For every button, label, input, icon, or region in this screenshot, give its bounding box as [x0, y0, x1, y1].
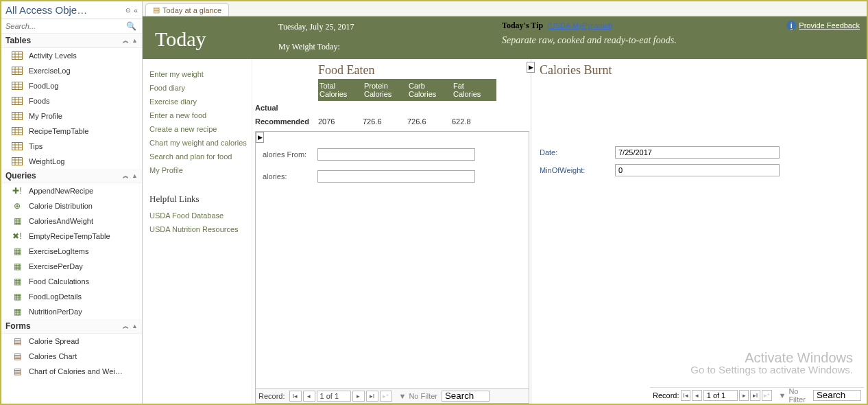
- nav-table-item[interactable]: RecipeTempTable: [1, 124, 142, 139]
- action-link[interactable]: Create a new recipe: [149, 122, 248, 136]
- calories-label: alories:: [263, 172, 317, 181]
- table-icon: [11, 66, 23, 76]
- nav-next-button[interactable]: ▸: [739, 390, 749, 401]
- nav-query-item[interactable]: ▦ExerciseLogItems: [1, 244, 142, 259]
- nav-query-item[interactable]: ✚!AppendNewRecipe: [1, 183, 142, 198]
- nav-group-tables[interactable]: Tables ︽ ▲: [1, 34, 142, 48]
- query-icon: ⊕: [11, 201, 23, 211]
- filter-icon: ▼: [399, 392, 407, 400]
- record-position[interactable]: 1 of 1: [703, 390, 738, 401]
- nav-query-item[interactable]: ⊕Calorie Distribution: [1, 198, 142, 213]
- filter-indicator[interactable]: ▼No Filter: [779, 387, 809, 404]
- action-link[interactable]: Enter my weight: [149, 67, 248, 81]
- query-icon: ▦: [11, 307, 23, 316]
- form-icon: ▤: [11, 336, 23, 346]
- action-link[interactable]: Exercise diary: [149, 95, 248, 108]
- nav-query-item[interactable]: ▦NutritionPerDay: [1, 304, 142, 319]
- food-subform: ▶ alories From: alories: Record:: [255, 131, 529, 404]
- nav-table-item[interactable]: Tips: [1, 139, 142, 154]
- tip-link[interactable]: (USDA MyPyramid): [547, 21, 612, 30]
- query-icon: ✚!: [11, 186, 23, 196]
- food-eaten-title: Food Eaten: [318, 63, 531, 78]
- nav-new-button[interactable]: ▸*: [762, 390, 772, 401]
- provide-feedback-link[interactable]: i Provide Feedback: [786, 21, 860, 30]
- nav-query-item[interactable]: ▦FoodLogDetails: [1, 289, 142, 304]
- action-link[interactable]: Chart my weight and calories: [149, 136, 248, 150]
- nav-table-item[interactable]: WeightLog: [1, 154, 142, 169]
- action-link[interactable]: Search and plan for food: [149, 150, 248, 163]
- svg-rect-0: [12, 52, 23, 60]
- weight-today-label: My Weight Today:: [278, 42, 502, 52]
- search-icon[interactable]: 🔍: [126, 21, 136, 31]
- chevron-up-icon: ︽: [123, 172, 129, 181]
- food-eaten-columns: TotalCaloriesProteinCaloriesCarbCalories…: [318, 79, 496, 101]
- nav-last-button[interactable]: ▸I: [366, 391, 378, 402]
- tab-today-at-a-glance[interactable]: ▤ Today at a glance: [145, 3, 229, 16]
- recommended-label: Recommended: [252, 117, 318, 126]
- nav-table-item[interactable]: Activity Levels: [1, 48, 142, 63]
- nav-table-item[interactable]: My Profile: [1, 108, 142, 124]
- nav-table-item[interactable]: ExerciseLog: [1, 63, 142, 78]
- record-position[interactable]: 1 of 1: [317, 391, 351, 402]
- helpful-link[interactable]: USDA Food Database: [149, 209, 248, 222]
- calories-input[interactable]: [317, 170, 475, 183]
- column-header: TotalCalories: [318, 82, 363, 98]
- document-tabs: ▤ Today at a glance: [143, 1, 867, 16]
- query-icon: ✖!: [11, 231, 23, 241]
- tip-label: Today's Tip: [502, 21, 543, 31]
- helpful-link[interactable]: USDA Nutrition Resources: [149, 222, 248, 236]
- right-expand-toggle[interactable]: ▶: [527, 62, 535, 73]
- nav-last-button[interactable]: ▸I: [750, 390, 760, 401]
- date-input[interactable]: [615, 146, 780, 159]
- subform-record-nav: Record: I◂ ◂ 1 of 1 ▸ ▸I ▸* ▼No Filter: [256, 388, 529, 403]
- action-link[interactable]: My Profile: [149, 163, 248, 177]
- nav-group-forms[interactable]: Forms ︽ ▲: [1, 319, 142, 334]
- record-search-input[interactable]: [442, 391, 490, 402]
- minofweight-input[interactable]: [615, 164, 780, 176]
- column-header: ProteinCalories: [363, 82, 407, 98]
- table-icon: [11, 111, 23, 121]
- nav-pane-title: All Access Obje…: [5, 4, 123, 16]
- nav-prev-button[interactable]: ◂: [692, 390, 702, 401]
- minofweight-label: MinOfWeight:: [540, 166, 615, 174]
- svg-rect-5: [12, 67, 23, 75]
- recommended-value: 2076: [318, 117, 363, 126]
- chevron-up-icon: ▲: [132, 323, 138, 329]
- nav-collapse-icon[interactable]: «: [134, 6, 138, 14]
- query-icon: ▦: [11, 277, 23, 286]
- column-header: FatCalories: [452, 82, 496, 98]
- nav-next-button[interactable]: ▸: [352, 391, 365, 402]
- filter-indicator[interactable]: ▼No Filter: [399, 392, 437, 400]
- header-date: Tuesday, July 25, 2017: [278, 22, 502, 32]
- nav-query-item[interactable]: ✖!EmptyRecipeTempTable: [1, 229, 142, 244]
- nav-table-item[interactable]: Foods: [1, 93, 142, 108]
- recommended-value: 726.6: [407, 117, 452, 126]
- nav-first-button[interactable]: I◂: [289, 391, 302, 402]
- nav-form-item[interactable]: ▤Calorie Spread: [1, 334, 142, 349]
- nav-prev-button[interactable]: ◂: [303, 391, 315, 402]
- actual-label: Actual: [252, 104, 318, 112]
- nav-group-queries[interactable]: Queries ︽ ▲: [1, 169, 142, 183]
- nav-dropdown-icon[interactable]: ⊙: [125, 7, 131, 14]
- nav-first-button[interactable]: I◂: [681, 390, 691, 401]
- nav-query-item[interactable]: ▦CaloriesAndWeight: [1, 213, 142, 229]
- svg-rect-35: [12, 158, 23, 165]
- action-link[interactable]: Enter a new food: [149, 108, 248, 122]
- nav-search-input[interactable]: [4, 21, 126, 32]
- svg-rect-20: [12, 113, 23, 120]
- recommended-value: 726.6: [363, 117, 407, 126]
- form-icon: ▤: [153, 5, 160, 14]
- nav-form-item[interactable]: ▤Chart of Calories and Wei…: [1, 364, 142, 379]
- record-search-input[interactable]: [813, 390, 861, 401]
- action-link[interactable]: Food diary: [149, 81, 248, 95]
- nav-query-item[interactable]: ▦ExercisePerDay: [1, 259, 142, 274]
- subform-expand-right[interactable]: ▶: [256, 132, 264, 143]
- nav-new-button[interactable]: ▸*: [380, 391, 392, 402]
- nav-table-item[interactable]: FoodLog: [1, 78, 142, 93]
- helpful-links-header: Helpful Links: [149, 194, 248, 205]
- calories-from-input[interactable]: [317, 148, 475, 161]
- nav-form-item[interactable]: ▤Calories Chart: [1, 349, 142, 364]
- nav-query-item[interactable]: ▦Food Calculations: [1, 274, 142, 289]
- svg-rect-15: [12, 97, 23, 105]
- query-icon: ▦: [11, 216, 23, 226]
